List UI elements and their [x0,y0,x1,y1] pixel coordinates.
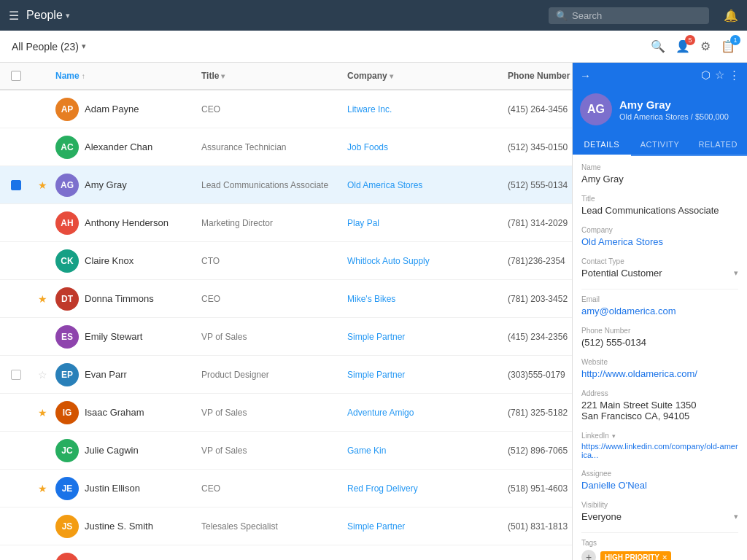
row-name-cell: IGIsaac Graham [55,401,201,424]
table-row[interactable]: CKClaire KnoxCTOWhitlock Auto Supply(781… [0,242,572,280]
row-phone: (415) 264-3456 [508,104,572,114]
field-linkedin: LinkedIn ▾ https://www.linkedin.com/comp… [581,432,738,459]
row-company[interactable]: Mike's Bikes [347,294,508,304]
app-title[interactable]: People ▾ [26,9,70,22]
col-company-label: Company [347,71,387,81]
row-star-icon[interactable]: ★ [29,407,55,419]
detail-back-icon[interactable]: → [580,69,591,82]
row-name-cell: JSJustine S. Smith [55,515,201,538]
row-company[interactable]: Old America Stores [347,180,508,190]
detail-external-icon[interactable]: ⬡ [701,69,711,82]
tab-activity[interactable]: ACTIVITY [631,134,689,156]
col-name-sort: ↑ [82,72,85,80]
table-row[interactable]: ★JEJustin EllisonCEORed Frog Delivery(51… [0,470,572,508]
tag-area: + HIGH PRIORITY × [581,550,738,560]
field-address-line1: 221 Main Street Suite 1350 [581,400,738,411]
people-filter-chevron: ▾ [82,42,86,51]
action-buttons: 🔍 👤 5 ⚙ 📋 1 [651,39,735,53]
tab-related[interactable]: RELATED [689,134,747,156]
row-person-name: Isaac Graham [85,407,144,418]
contact-type-chevron[interactable]: ▾ [734,268,738,278]
row-star-icon[interactable]: ★ [29,293,55,305]
row-title: VP of Sales [201,446,347,456]
row-title: Product Designer [201,370,347,380]
notification-button[interactable]: 📋 1 [721,39,735,53]
tag-add-button[interactable]: + [581,550,596,560]
search-button[interactable]: 🔍 [651,39,665,53]
row-company[interactable]: Job Foods [347,142,508,152]
table-row[interactable]: ESEmily StewartVP of SalesSimple Partner… [0,318,572,356]
field-assignee-value[interactable]: Danielle O'Neal [581,480,738,491]
table-row[interactable]: ★AGAmy GrayLead Communications Associate… [0,166,572,204]
select-all-checkbox[interactable] [11,71,21,81]
bell-icon[interactable]: 🔔 [724,9,738,23]
person-badge: 5 [685,35,695,45]
person-add-button[interactable]: 👤 5 [676,39,690,53]
field-visibility-label: Visibility [581,501,738,509]
app-title-chevron: ▾ [66,11,70,20]
field-linkedin-value[interactable]: https://www.linkedin.com/company/old-ame… [581,442,738,459]
linkedin-chevron[interactable]: ▾ [612,432,616,440]
row-checkbox[interactable] [11,370,21,380]
col-header-title[interactable]: Title ▾ [201,71,347,81]
col-company-filter: ▾ [390,72,393,80]
row-avatar: JC [55,439,79,462]
table-row[interactable]: KAKellie M. AndersonAccounts DirectorGam… [0,545,572,560]
people-filter-dropdown[interactable]: All People (23) ▾ [12,41,86,52]
field-visibility-value: Everyone ▾ [581,511,738,522]
table-row[interactable]: ACAlexander ChanAssurance TechnicianJob … [0,128,572,166]
row-company[interactable]: Whitlock Auto Supply [347,256,508,266]
row-checkbox[interactable] [11,180,21,190]
field-email: Email amy@oldamerica.com [581,295,738,316]
table-row[interactable]: APAdam PayneCEOLitware Inc.(415) 264-345… [0,90,572,128]
field-email-value[interactable]: amy@oldamerica.com [581,306,738,316]
settings-button[interactable]: ⚙ [700,39,711,53]
table-row[interactable]: AHAnthony HendersonMarketing DirectorPla… [0,204,572,242]
table-row[interactable]: JCJulie CagwinVP of SalesGame Kin(512) 8… [0,432,572,470]
row-company[interactable]: Adventure Amigo [347,408,508,418]
tab-details[interactable]: DETAILS [573,134,631,156]
table-row[interactable]: ☆EPEvan ParrProduct DesignerSimple Partn… [0,356,572,394]
tag-chip-remove[interactable]: × [662,553,667,560]
field-title-value: Lead Communications Associate [581,205,738,216]
row-star-icon[interactable]: ★ [29,483,55,494]
row-check-cell [3,370,29,380]
row-phone: (781) 203-3452 [508,294,572,304]
table-row[interactable]: ★DTDonna TimmonsCEOMike's Bikes(781) 203… [0,280,572,318]
row-name-cell: DTDonna Timmons [55,287,201,311]
row-company[interactable]: Simple Partner [347,332,508,342]
field-company-value[interactable]: Old America Stores [581,236,738,247]
field-title: Title Lead Communications Associate [581,195,738,216]
divider-2 [581,532,738,533]
row-star-icon[interactable]: ☆ [29,369,55,381]
detail-bookmark-icon[interactable]: ☆ [715,69,724,82]
search-bar[interactable]: 🔍 [549,7,709,24]
row-phone: (512) 896-7065 [508,446,572,456]
row-company[interactable]: Litware Inc. [347,104,508,114]
row-company[interactable]: Play Pal [347,218,508,228]
table-row[interactable]: JSJustine S. SmithTelesales SpecialistSi… [0,508,572,545]
col-header-company[interactable]: Company ▾ [347,71,508,81]
row-company[interactable]: Simple Partner [347,370,508,380]
tag-chip-high-priority: HIGH PRIORITY × [600,551,671,560]
row-company[interactable]: Simple Partner [347,521,508,532]
row-star-icon[interactable]: ★ [29,179,55,191]
search-input[interactable] [572,10,702,21]
col-header-name[interactable]: Name ↑ [55,71,201,81]
row-phone: (781) 314-2029 [508,218,572,228]
table-body: APAdam PayneCEOLitware Inc.(415) 264-345… [0,90,572,560]
table-header: Name ↑ Title ▾ Company ▾ Phone Number ▾ [0,63,572,90]
table-row[interactable]: ★IGIsaac GrahamVP of SalesAdventure Amig… [0,394,572,432]
row-company[interactable]: Red Frog Delivery [347,483,508,494]
field-website: Website http://www.oldamerica.com/ [581,358,738,379]
col-header-phone[interactable]: Phone Number ▾ [508,71,572,81]
field-phone-value: (512) 555-0134 [581,337,738,348]
row-title: Marketing Director [201,218,347,228]
people-table: Name ↑ Title ▾ Company ▾ Phone Number ▾ … [0,63,572,560]
row-person-name: Emily Stewart [85,331,142,342]
detail-more-icon[interactable]: ⋮ [729,69,740,82]
field-website-value[interactable]: http://www.oldamerica.com/ [581,368,738,379]
row-company[interactable]: Game Kin [347,446,508,456]
hamburger-icon[interactable]: ☰ [9,9,19,23]
visibility-chevron[interactable]: ▾ [734,512,738,521]
